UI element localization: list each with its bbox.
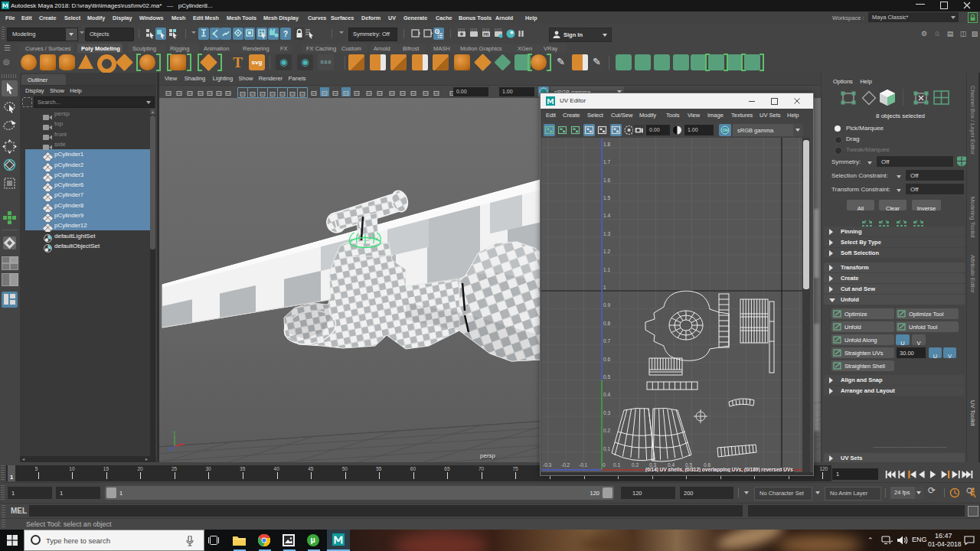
svg-text:y: y [173, 429, 176, 435]
svg-text:1.1: 1.1 [603, 267, 610, 272]
svg-text:0.1: 0.1 [603, 446, 610, 452]
svg-text:1.3: 1.3 [603, 231, 610, 236]
svg-text:1.5: 1.5 [603, 195, 610, 201]
svg-text:0.6: 0.6 [603, 357, 610, 362]
svg-text:?: ? [283, 30, 288, 38]
svg-text:0.3: 0.3 [603, 410, 610, 416]
svg-text:1.7: 1.7 [603, 159, 610, 165]
svg-text:0.8: 0.8 [603, 321, 610, 326]
svg-text:0.2: 0.2 [632, 462, 639, 468]
svg-text:0: 0 [603, 462, 606, 468]
svg-text:-0.2: -0.2 [561, 462, 570, 468]
svg-text:0.5: 0.5 [603, 374, 610, 380]
svg-text:1.2: 1.2 [603, 249, 610, 254]
svg-text:0.4: 0.4 [603, 392, 610, 397]
svg-text:1.8: 1.8 [603, 142, 610, 147]
svg-text:0.1: 0.1 [613, 462, 620, 468]
svg-text:0.7: 0.7 [603, 338, 610, 344]
svg-text:0.9: 0.9 [603, 302, 610, 308]
svg-text:0.2: 0.2 [603, 428, 610, 433]
svg-text:-0.3: -0.3 [543, 462, 552, 468]
svg-text:ON: ON [723, 129, 728, 132]
svg-text:1: 1 [603, 285, 606, 290]
svg-text:-0.1: -0.1 [579, 462, 588, 468]
svg-text:PR: PR [484, 32, 489, 37]
svg-text:1.4: 1.4 [603, 213, 610, 218]
svg-text:1.6: 1.6 [603, 178, 610, 183]
